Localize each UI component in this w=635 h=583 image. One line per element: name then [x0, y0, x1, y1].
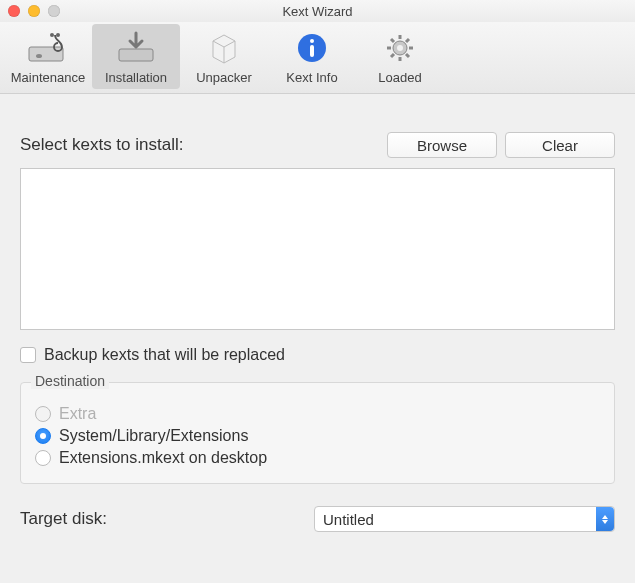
harddisk-stethoscope-icon	[25, 28, 71, 68]
minimize-icon[interactable]	[28, 5, 40, 17]
toolbar: Maintenance Installation Unpacker	[0, 22, 635, 94]
select-kexts-label: Select kexts to install:	[20, 135, 379, 155]
radio-extensions-mkext[interactable]: Extensions.mkext on desktop	[35, 449, 600, 467]
tab-label: Installation	[105, 70, 167, 85]
clear-button[interactable]: Clear	[505, 132, 615, 158]
backup-checkbox[interactable]	[20, 347, 36, 363]
target-disk-value: Untitled	[323, 511, 374, 528]
backup-row[interactable]: Backup kexts that will be replaced	[20, 346, 615, 364]
svg-rect-0	[29, 47, 63, 61]
tab-kext-info[interactable]: Kext Info	[268, 24, 356, 89]
select-row: Select kexts to install: Browse Clear	[20, 132, 615, 158]
destination-legend: Destination	[31, 373, 109, 389]
browse-button[interactable]: Browse	[387, 132, 497, 158]
tab-maintenance[interactable]: Maintenance	[4, 24, 92, 89]
tab-loaded[interactable]: Loaded	[356, 24, 444, 89]
svg-point-2	[50, 33, 54, 37]
radio-system-library-extensions[interactable]: System/Library/Extensions	[35, 427, 600, 445]
radio-icon[interactable]	[35, 450, 51, 466]
tab-label: Loaded	[378, 70, 421, 85]
target-disk-label: Target disk:	[20, 509, 300, 529]
tab-label: Maintenance	[11, 70, 85, 85]
svg-line-16	[406, 39, 409, 42]
svg-point-6	[310, 39, 314, 43]
chevron-updown-icon[interactable]	[596, 507, 614, 531]
titlebar: Kext Wizard	[0, 0, 635, 22]
zoom-icon[interactable]	[48, 5, 60, 17]
window: Kext Wizard Maintenance I	[0, 0, 635, 583]
svg-line-13	[391, 39, 394, 42]
tab-installation[interactable]: Installation	[92, 24, 180, 89]
svg-point-1	[36, 54, 42, 58]
close-icon[interactable]	[8, 5, 20, 17]
svg-line-14	[406, 54, 409, 57]
radio-label: Extensions.mkext on desktop	[59, 449, 267, 467]
target-disk-row: Target disk: Untitled	[20, 506, 615, 532]
radio-label: System/Library/Extensions	[59, 427, 248, 445]
radio-extra: Extra	[35, 405, 600, 423]
svg-point-17	[397, 45, 403, 51]
svg-rect-4	[119, 49, 153, 61]
svg-rect-7	[310, 45, 314, 57]
gear-icon	[377, 28, 423, 68]
tab-label: Kext Info	[286, 70, 337, 85]
radio-icon	[35, 406, 51, 422]
target-disk-select[interactable]: Untitled	[314, 506, 615, 532]
content: Select kexts to install: Browse Clear Ba…	[0, 94, 635, 583]
box-icon	[201, 28, 247, 68]
backup-label: Backup kexts that will be replaced	[44, 346, 285, 364]
info-icon	[289, 28, 335, 68]
radio-label: Extra	[59, 405, 96, 423]
destination-group: Destination Extra System/Library/Extensi…	[20, 382, 615, 484]
svg-point-3	[56, 33, 60, 37]
kext-list[interactable]	[20, 168, 615, 330]
window-title: Kext Wizard	[0, 4, 635, 19]
tab-label: Unpacker	[196, 70, 252, 85]
svg-line-15	[391, 54, 394, 57]
traffic-lights	[0, 5, 60, 17]
download-drive-icon	[113, 28, 159, 68]
tab-unpacker[interactable]: Unpacker	[180, 24, 268, 89]
radio-icon[interactable]	[35, 428, 51, 444]
